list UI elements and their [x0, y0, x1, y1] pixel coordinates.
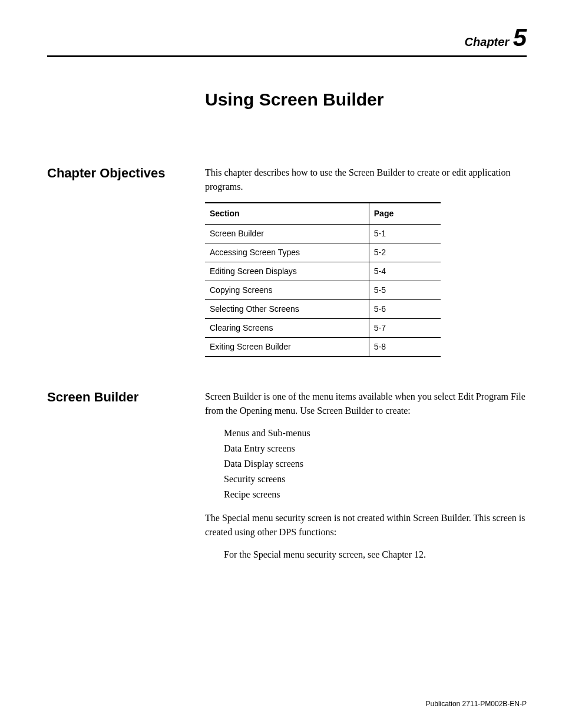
toc-header-row: Section Page: [205, 203, 441, 225]
toc-table: Section Page Screen Builder 5-1 Accessin…: [205, 202, 441, 357]
table-row: Screen Builder 5-1: [205, 225, 441, 243]
list-item: Security screens: [224, 472, 527, 486]
toc-page: 5-8: [369, 338, 441, 357]
table-row: Copying Screens 5-5: [205, 281, 441, 300]
toc-page: 5-1: [369, 225, 441, 243]
section-heading-builder: Screen Builder: [47, 390, 205, 405]
builder-intro: Screen Builder is one of the menu items …: [205, 390, 527, 418]
toc-page: 5-7: [369, 319, 441, 338]
builder-para2: The Special menu security screen is not …: [205, 511, 527, 539]
page: Chapter 5 Using Screen Builder Chapter O…: [0, 0, 562, 728]
toc-section: Editing Screen Displays: [205, 262, 369, 281]
toc-page: 5-6: [369, 300, 441, 319]
list-item: For the Special menu security screen, se…: [224, 548, 527, 562]
table-row: Selecting Other Screens 5-6: [205, 300, 441, 319]
toc-section: Exiting Screen Builder: [205, 338, 369, 357]
chapter-label: Chapter: [465, 35, 510, 48]
section-screen-builder: Screen Builder Screen Builder is one of …: [47, 390, 527, 571]
toc-page: 5-5: [369, 281, 441, 300]
builder-bullets2: For the Special menu security screen, se…: [205, 548, 527, 562]
toc-section: Copying Screens: [205, 281, 369, 300]
toc-section: Clearing Screens: [205, 319, 369, 338]
list-item: Data Display screens: [224, 457, 527, 471]
objectives-intro: This chapter describes how to use the Sc…: [205, 166, 527, 194]
list-item: Data Entry screens: [224, 442, 527, 456]
section-body-builder: Screen Builder is one of the menu items …: [205, 390, 527, 571]
chapter-number: 5: [513, 24, 527, 51]
toc-section: Screen Builder: [205, 225, 369, 243]
table-row: Editing Screen Displays 5-4: [205, 262, 441, 281]
toc-header-page: Page: [369, 203, 441, 225]
table-row: Exiting Screen Builder 5-8: [205, 338, 441, 357]
toc-page: 5-4: [369, 262, 441, 281]
chapter-header: Chapter 5: [47, 24, 527, 52]
header-rule: [47, 55, 527, 57]
toc-page: 5-2: [369, 243, 441, 262]
list-item: Menus and Sub-menus: [224, 426, 527, 440]
footer-publication: Publication 2711-PM002B-EN-P: [426, 700, 527, 708]
table-row: Accessing Screen Types 5-2: [205, 243, 441, 262]
toc-section: Accessing Screen Types: [205, 243, 369, 262]
toc-header-section: Section: [205, 203, 369, 225]
list-item: Recipe screens: [224, 487, 527, 502]
section-heading-objectives: Chapter Objectives: [47, 166, 205, 181]
chapter-title: Using Screen Builder: [205, 90, 527, 110]
toc-section: Selecting Other Screens: [205, 300, 369, 319]
section-body-objectives: This chapter describes how to use the Sc…: [205, 166, 527, 357]
builder-bullets: Menus and Sub-menus Data Entry screens D…: [205, 426, 527, 502]
section-chapter-objectives: Chapter Objectives This chapter describe…: [47, 166, 527, 357]
table-row: Clearing Screens 5-7: [205, 319, 441, 338]
